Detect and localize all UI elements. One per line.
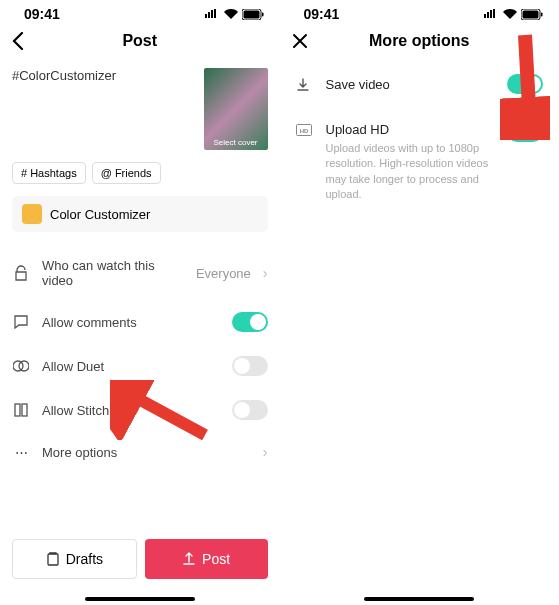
allow-comments-row: Allow comments <box>12 300 268 344</box>
download-icon <box>296 78 314 92</box>
more-icon: ⋯ <box>12 445 30 460</box>
save-video-row[interactable]: Save video <box>296 60 544 108</box>
status-time: 09:41 <box>24 6 60 22</box>
svg-rect-13 <box>523 10 539 18</box>
post-screen: 09:41 Post #ColorCustomizer Select cover… <box>0 0 280 605</box>
post-button[interactable]: Post <box>145 539 268 579</box>
hashtags-button[interactable]: # Hashtags <box>12 162 86 184</box>
app-badge-text: Color Customizer <box>50 207 150 222</box>
friends-button[interactable]: @ Friends <box>92 162 161 184</box>
more-options-header: More options <box>280 22 560 60</box>
app-badge-icon <box>22 204 42 224</box>
allow-duet-row: Allow Duet <box>12 344 268 388</box>
svg-rect-11 <box>48 554 58 565</box>
comment-icon <box>12 315 30 329</box>
upload-hd-row: HD Upload HD Upload videos with up to 10… <box>296 108 544 217</box>
status-time: 09:41 <box>304 6 340 22</box>
upload-hd-toggle[interactable] <box>507 122 543 142</box>
close-icon[interactable] <box>292 33 308 49</box>
allow-stitch-toggle[interactable] <box>232 400 268 420</box>
hd-icon: HD <box>296 124 314 136</box>
stitch-icon <box>12 403 30 417</box>
svg-point-3 <box>13 361 23 371</box>
app-badge[interactable]: Color Customizer <box>12 196 268 232</box>
allow-stitch-row: Allow Stitch <box>12 388 268 432</box>
who-value: Everyone <box>196 266 251 281</box>
post-icon <box>182 552 196 566</box>
svg-text:HD: HD <box>299 128 308 134</box>
home-indicator <box>85 597 195 601</box>
drafts-button[interactable]: Drafts <box>12 539 137 579</box>
svg-rect-6 <box>22 404 27 416</box>
lock-icon <box>12 265 30 281</box>
allow-comments-toggle[interactable] <box>232 312 268 332</box>
status-icons <box>204 9 264 20</box>
svg-point-4 <box>19 361 29 371</box>
page-title: Post <box>122 32 157 50</box>
svg-rect-5 <box>15 404 20 416</box>
svg-rect-2 <box>262 12 264 16</box>
select-cover-label: Select cover <box>204 138 268 147</box>
back-icon[interactable] <box>12 32 24 50</box>
save-video-toggle[interactable] <box>507 74 543 94</box>
chevron-right-icon: › <box>263 265 268 281</box>
post-header: Post <box>0 22 280 60</box>
svg-rect-14 <box>541 12 543 16</box>
page-title: More options <box>369 32 469 50</box>
status-icons <box>483 9 543 20</box>
svg-rect-1 <box>243 10 259 18</box>
home-indicator <box>364 597 474 601</box>
status-bar-right: 09:41 <box>280 0 560 22</box>
caption-input[interactable]: #ColorCustomizer <box>12 68 194 150</box>
drafts-icon <box>46 552 60 566</box>
status-bar-left: 09:41 <box>0 0 280 22</box>
chevron-right-icon: › <box>263 444 268 460</box>
more-options-row[interactable]: ⋯ More options › <box>12 432 268 472</box>
who-can-watch-row[interactable]: Who can watch this video Everyone › <box>12 246 268 300</box>
allow-duet-toggle[interactable] <box>232 356 268 376</box>
more-options-screen: 09:41 More options Save video HD <box>280 0 560 605</box>
duet-icon <box>12 359 30 373</box>
select-cover[interactable]: Select cover <box>204 68 268 150</box>
